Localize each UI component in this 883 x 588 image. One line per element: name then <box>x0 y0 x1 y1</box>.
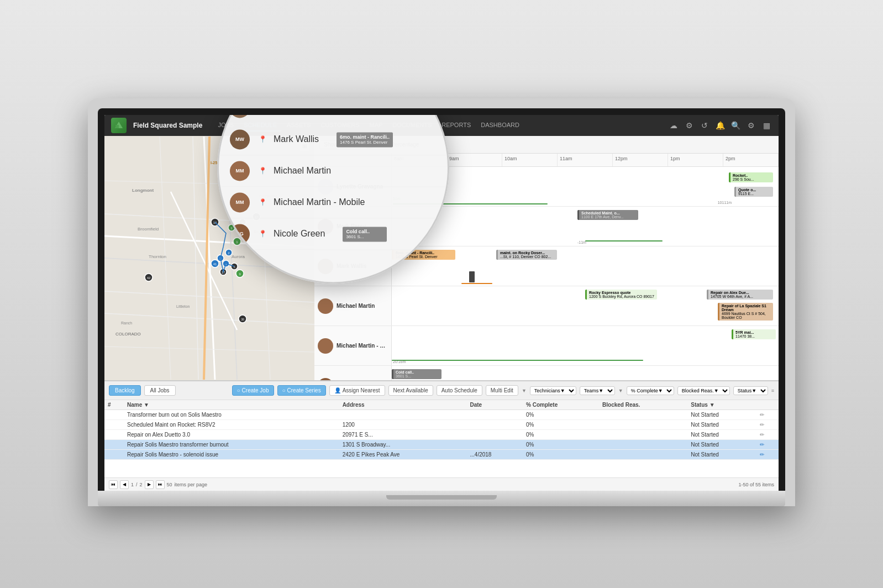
column-settings-icon[interactable]: ≡ <box>771 388 774 393</box>
grid-icon[interactable]: ▦ <box>761 121 772 130</box>
settings-icon[interactable]: ⚙ <box>684 121 695 130</box>
job-name-3: Repair on Alex Duetto 3.0 <box>124 430 339 440</box>
blocked-reasons-select[interactable]: Blocked Reas.▼ <box>677 386 730 395</box>
job-status-1: Not Started <box>687 410 756 420</box>
tech-row-nicole-green: Nicole Green Cold call.. 3601 S... <box>314 366 779 380</box>
first-page-btn[interactable]: ⏮ <box>109 480 118 489</box>
filter-icon-2[interactable]: ▼ <box>618 388 623 393</box>
tech-schedule-michael-martin: Rocky Espresso quote 1200 S Buckley Rd, … <box>392 286 779 326</box>
app-header: Field Squared Sample JOBS SCHEDULE ASSET… <box>104 115 779 136</box>
next-available-btn[interactable]: Next Available <box>388 385 433 396</box>
assign-nearest-btn[interactable]: 👤 Assign Nearest <box>329 385 385 396</box>
app-title: Field Squared Sample <box>133 122 202 129</box>
job-name-4: Repair Solis Maestro transformer burnout <box>124 440 339 450</box>
tech-name-col-mark-wallis: Mark Wallis <box>314 246 392 286</box>
prev-page-btn[interactable]: ◀ <box>120 480 129 489</box>
table-row[interactable]: Scheduled Maint on Rocket: RS8V2 1200 0%… <box>104 420 779 430</box>
job-pct-3: 0% <box>523 430 599 440</box>
svg-text:42: 42 <box>147 276 151 280</box>
tech-name-col-mark-percy: Mark Percy <box>314 207 392 246</box>
map-collapse-btn[interactable]: ⊞ <box>299 140 310 151</box>
laptop-container: Field Squared Sample JOBS SCHEDULE ASSET… <box>88 98 795 506</box>
search-icon[interactable]: 🔍 <box>730 121 741 130</box>
avatar-mark-wallis <box>318 259 333 274</box>
job-date-2 <box>466 420 523 430</box>
multi-edit-btn[interactable]: Multi Edit <box>486 385 518 396</box>
job-action-5[interactable]: ✏ <box>756 450 779 460</box>
backlog-tab[interactable]: Backlog <box>109 385 141 396</box>
tech-info-mm-mobile: Michael Martin - Mobile <box>337 343 388 349</box>
job-action-2[interactable]: ✏ <box>756 420 779 430</box>
time-header: 8am 9am 10am 11am 12pm 1pm 2pm <box>314 154 779 167</box>
filter-icon[interactable]: ▼ <box>522 388 527 393</box>
app-logo <box>111 118 127 133</box>
table-row[interactable]: Repair Solis Maestro - solenoid issue 24… <box>104 450 779 460</box>
show-full-day-btn[interactable]: Show full day <box>319 140 361 149</box>
map-background: I-25 Longmont Firestone Brighton Broomfi… <box>104 136 314 380</box>
nav-customers[interactable]: CUSTOMERS <box>316 119 364 132</box>
nav-jobs[interactable]: JOBS <box>213 119 238 132</box>
time-slot-12pm: 12pm <box>613 154 668 166</box>
laptop-base <box>98 491 785 506</box>
job-date-5: ...4/2018 <box>466 450 523 460</box>
gear-icon[interactable]: ⚙ <box>745 121 756 130</box>
refresh-icon[interactable]: ↺ <box>699 121 710 130</box>
svg-text:Thornton: Thornton <box>149 254 166 259</box>
map-svg: I-25 Longmont Firestone Brighton Broomfi… <box>104 136 314 380</box>
avatar-nicole-green <box>318 378 333 381</box>
svg-text:COLORADO: COLORADO <box>115 332 141 337</box>
tech-name-mark-percy: Mark Percy <box>337 223 388 229</box>
nav-schedule[interactable]: SCHEDULE <box>239 119 281 132</box>
laptop-screen: Field Squared Sample JOBS SCHEDULE ASSET… <box>104 115 779 491</box>
map-area: I-25 Longmont Firestone Brighton Broomfi… <box>104 136 314 380</box>
last-page-btn[interactable]: ⏭ <box>156 480 165 489</box>
create-series-btn[interactable]: ○ Create Series <box>277 385 326 396</box>
show-percentage-label[interactable]: Show Percentage <box>366 141 419 148</box>
items-per-page: 50 <box>167 482 172 487</box>
nav-reports[interactable]: REPORTS <box>437 119 475 132</box>
tech-rows-container: LG Lynette Gravagna Rocket.. <box>314 167 779 380</box>
table-row[interactable]: Transformer burn out on Solis Maestro 0%… <box>104 410 779 420</box>
pct-complete-select[interactable]: % Complete▼ <box>627 386 674 395</box>
job-status-5: Not Started <box>687 450 756 460</box>
nav-assets[interactable]: ASSETS <box>282 119 315 132</box>
nav-documents[interactable]: DOCUMENTS <box>388 119 436 132</box>
svg-text:38: 38 <box>241 318 244 321</box>
svg-text:41: 41 <box>213 262 217 266</box>
items-per-page-label: items per page <box>175 482 208 487</box>
table-row[interactable]: Repair on Alex Duetto 3.0 20971 E S... 0… <box>104 430 779 440</box>
time-slots-container: 8am 9am 10am 11am 12pm 1pm 2pm <box>392 154 779 166</box>
current-page: 1 <box>131 482 134 487</box>
sort-icon[interactable]: ▼ <box>144 402 149 408</box>
svg-text:I-25: I-25 <box>211 161 217 165</box>
time-slot-1pm: 1pm <box>668 154 723 166</box>
teams-select[interactable]: Teams▼ <box>580 386 615 395</box>
tech-name-col-michael-martin: Michael Martin <box>314 286 392 326</box>
all-jobs-tab[interactable]: All Jobs <box>144 385 176 396</box>
svg-text:Aurora: Aurora <box>232 254 245 259</box>
page-separator: / <box>136 482 138 487</box>
job-action-1[interactable]: ✏ <box>756 410 779 420</box>
job-blocked-1 <box>599 410 687 420</box>
create-job-btn[interactable]: ○ Create Job <box>232 385 274 396</box>
technicians-select[interactable]: Technicians▼ <box>530 386 576 395</box>
cloud-icon[interactable]: ☁ <box>668 121 679 130</box>
auto-schedule-btn[interactable]: Auto Schedule <box>437 385 482 396</box>
job-action-4[interactable]: ✏ <box>756 440 779 450</box>
table-row[interactable]: Repair Solis Maestro transformer burnout… <box>104 440 779 450</box>
tech-schedule-mark-wallis: 6mo. maint - Rancili.. 1476 S Pearl St. … <box>392 246 779 286</box>
next-page-btn[interactable]: ▶ <box>145 480 154 489</box>
bell-icon[interactable]: 🔔 <box>714 121 726 130</box>
svg-text:Ranch: Ranch <box>121 321 132 325</box>
status-sort-icon[interactable]: ▼ <box>709 402 715 408</box>
tech-name-col-mm-mobile: Michael Martin - Mobile <box>314 326 392 365</box>
time-slot-8am: 8am <box>392 154 447 166</box>
nav-map[interactable]: MAP <box>365 119 387 132</box>
status-select[interactable]: Status▼ <box>733 386 768 395</box>
nav-dashboard[interactable]: DASHBOARD <box>476 119 524 132</box>
avatar-michael-martin <box>318 298 333 314</box>
job-blocked-4 <box>599 440 687 450</box>
schedule-area: Show full day Show Percentage 8 <box>314 136 779 380</box>
show-percentage-checkbox[interactable] <box>366 141 373 148</box>
job-action-3[interactable]: ✏ <box>756 430 779 440</box>
